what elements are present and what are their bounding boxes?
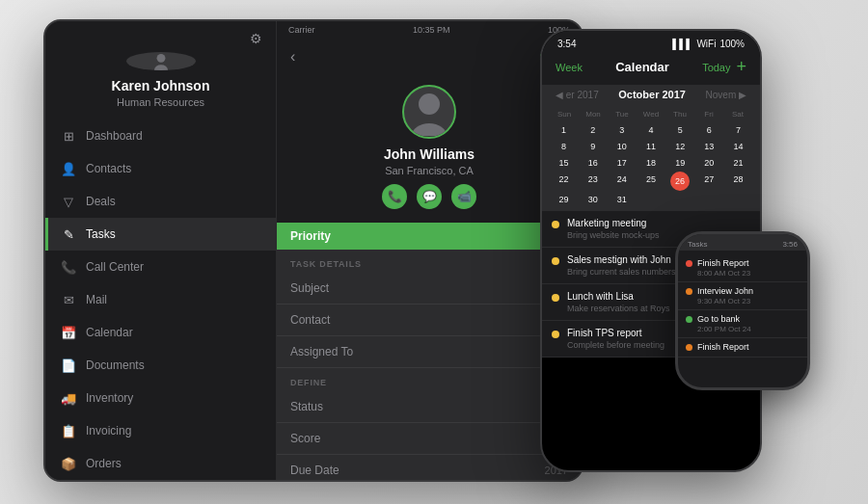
watch-task-item[interactable]: Interview John 9:30 AM Oct 23: [678, 282, 807, 310]
watch-status-bar: Tasks 3:56: [678, 234, 807, 251]
calendar-day[interactable]: 3: [608, 122, 636, 138]
sidebar-item-contacts[interactable]: 👤 Contacts: [45, 152, 276, 185]
calendar-day[interactable]: 13: [695, 139, 723, 154]
calendar-day[interactable]: 15: [550, 155, 578, 171]
deals-icon: ▽: [61, 194, 76, 209]
watch-task-title: Go to bank: [697, 314, 751, 324]
calendar-day[interactable]: 16: [579, 155, 607, 171]
calendar-day[interactable]: 17: [608, 155, 636, 171]
assigned-to-field[interactable]: Assigned To: [277, 336, 582, 368]
watch-task-dot: [686, 344, 692, 351]
video-button[interactable]: 📹: [451, 184, 476, 209]
sidebar-item-documents[interactable]: 📄 Documents: [45, 349, 276, 382]
sidebar-item-calendar[interactable]: 📅 Calendar: [45, 316, 276, 349]
sidebar-item-inventory[interactable]: 🚚 Inventory: [45, 382, 276, 414]
calendar-day[interactable]: 6: [695, 122, 723, 138]
calendar-day[interactable]: 2: [579, 122, 607, 138]
call-button[interactable]: 📞: [382, 184, 407, 209]
watch-task-item[interactable]: Go to bank 2:00 PM Oct 24: [678, 310, 807, 338]
calendar-day[interactable]: 8: [550, 139, 578, 154]
watch-task-info: Go to bank 2:00 PM Oct 24: [697, 314, 751, 333]
event-subtitle: Complete before meeting: [567, 340, 665, 350]
sidebar-item-label: Invoicing: [86, 424, 131, 438]
subject-field[interactable]: Subject: [277, 273, 582, 305]
watch-task-dot: [686, 316, 692, 323]
week-button[interactable]: Week: [556, 62, 583, 73]
iphone-status-bar: 3:54 ▌▌▌ WiFi 100%: [542, 31, 760, 53]
watch-task-item[interactable]: Finish Report 8:00 AM Oct 23: [678, 254, 807, 282]
dow-tue: Tue: [608, 108, 637, 120]
status-label: Status: [290, 400, 323, 413]
dow-thu: Thu: [665, 108, 694, 120]
signal-icon: ▌▌▌: [672, 39, 692, 49]
sidebar-avatar: [126, 52, 196, 70]
calendar-day[interactable]: 5: [666, 122, 694, 138]
ipad-main: Carrier 10:35 PM 100% ‹ Save John Willia…: [277, 21, 582, 480]
calendar-day[interactable]: 12: [666, 139, 694, 154]
calendar-day[interactable]: 10: [608, 139, 636, 154]
scene: ⚙ Karen Johnson Human Resources ⊞ Dashbo…: [0, 0, 868, 504]
settings-icon[interactable]: ⚙: [250, 31, 262, 46]
back-button[interactable]: ‹: [290, 48, 295, 66]
prev-month[interactable]: ◀ er 2017: [556, 90, 599, 100]
calendar-day[interactable]: 24: [608, 172, 636, 191]
event-title: Sales mestign with John: [567, 254, 676, 265]
event-dot: [552, 331, 559, 338]
calendar-day[interactable]: 22: [550, 172, 578, 191]
sidebar-item-mail[interactable]: ✉ Mail: [45, 283, 276, 316]
contact-field[interactable]: Contact: [277, 305, 582, 336]
calendar-day[interactable]: 25: [637, 172, 665, 191]
message-button[interactable]: 💬: [417, 184, 442, 209]
calendar-day[interactable]: 31: [608, 192, 636, 207]
event-dot: [552, 294, 559, 302]
calendar-day[interactable]: 14: [724, 139, 752, 154]
watch-task-title: Interview John: [697, 286, 753, 296]
add-event-button[interactable]: +: [736, 57, 746, 77]
today-button[interactable]: Today: [702, 62, 730, 73]
next-month[interactable]: Novem ▶: [706, 90, 746, 100]
sidebar-item-orders[interactable]: 📦 Orders: [45, 447, 276, 480]
sidebar-item-dashboard[interactable]: ⊞ Dashboard: [45, 119, 276, 152]
sidebar-item-label: Dashboard: [86, 129, 143, 143]
ipad-sidebar: ⚙ Karen Johnson Human Resources ⊞ Dashbo…: [45, 21, 277, 480]
calendar-day[interactable]: 27: [695, 172, 723, 191]
ipad-header: ‹ Save: [277, 39, 582, 75]
calendar-day[interactable]: 23: [579, 172, 607, 191]
define-section-label: DEFINE: [277, 368, 582, 391]
calendar-day[interactable]: 1: [550, 122, 578, 138]
event-content: Marketing meeting Bring website mock-ups: [567, 218, 660, 240]
score-field[interactable]: Score: [277, 423, 582, 455]
calendar-day[interactable]: 11: [637, 139, 665, 154]
calendar-day[interactable]: 7: [724, 122, 752, 138]
event-subtitle: Bring current sales numbers: [567, 267, 676, 277]
status-field[interactable]: Status: [277, 391, 582, 423]
calendar-day[interactable]: 28: [724, 172, 752, 191]
calendar-day[interactable]: 9: [579, 139, 607, 154]
calendar-day[interactable]: 19: [666, 155, 694, 171]
sidebar-item-invoicing[interactable]: 📋 Invoicing: [45, 414, 276, 447]
watch-task-time: 8:00 AM Oct 23: [697, 269, 750, 278]
month-title: October 2017: [618, 89, 686, 100]
calendar-day[interactable]: 29: [550, 192, 578, 207]
calendar-day[interactable]: 30: [579, 192, 607, 207]
watch-task-item[interactable]: Finish Report: [678, 338, 807, 358]
sidebar-item-deals[interactable]: ▽ Deals: [45, 185, 276, 218]
calendar-day-today[interactable]: 26: [670, 172, 690, 191]
calendar-icon: 📅: [61, 325, 76, 340]
form-section: TASK DETAILS Subject Contact Assigned To…: [277, 250, 582, 480]
days-of-week: Sun Mon Tue Wed Thu Fri Sat: [550, 108, 752, 120]
event-content: Sales mestign with John Bring current sa…: [567, 254, 676, 277]
due-date-field[interactable]: Due Date 2017: [277, 455, 582, 480]
calendar-day[interactable]: 4: [637, 122, 665, 138]
priority-bar[interactable]: Priority: [277, 223, 582, 250]
sidebar-user-name: Karen Johnson: [112, 78, 210, 93]
invoicing-icon: 📋: [61, 423, 76, 438]
calendar-day[interactable]: 21: [724, 155, 752, 171]
contact-name: John Williams: [384, 146, 475, 162]
calendar-day[interactable]: 20: [695, 155, 723, 171]
calendar-day[interactable]: 18: [637, 155, 665, 171]
dow-sun: Sun: [550, 108, 579, 120]
sidebar-item-call-center[interactable]: 📞 Call Center: [45, 251, 276, 283]
sidebar-item-tasks[interactable]: ✎ Tasks: [45, 218, 276, 251]
calendar-days: 1234567891011121314151617181920212223242…: [550, 122, 752, 207]
